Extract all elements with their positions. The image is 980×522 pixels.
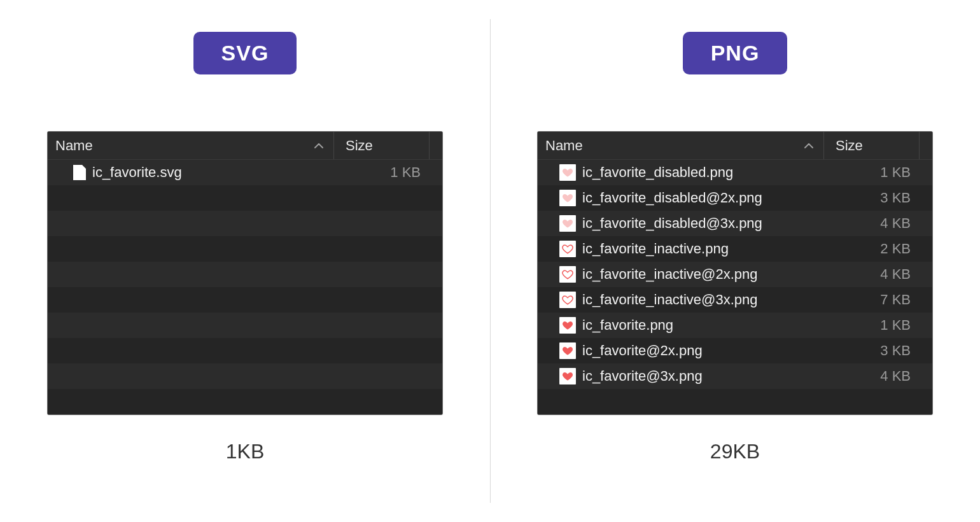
heart-solid-icon bbox=[559, 342, 576, 359]
file-icon-cell bbox=[538, 342, 582, 359]
vertical-divider bbox=[490, 19, 491, 503]
column-header-name[interactable]: Name bbox=[538, 132, 824, 159]
file-size: 1 KB bbox=[830, 317, 932, 334]
file-icon-cell bbox=[538, 292, 582, 308]
file-name: ic_favorite.png bbox=[582, 317, 830, 334]
file-row[interactable]: ic_favorite.svg1 KB bbox=[48, 160, 442, 185]
file-list-header: Name Size bbox=[538, 132, 932, 160]
file-size: 3 KB bbox=[830, 342, 932, 359]
comparison-container: SVG Name Size ic_favorite.svg1 KB 1KB PN… bbox=[0, 0, 980, 522]
heart-outline-icon bbox=[559, 241, 576, 257]
file-row[interactable]: ic_favorite.png1 KB bbox=[538, 313, 932, 338]
left-panel: SVG Name Size ic_favorite.svg1 KB 1KB bbox=[0, 0, 490, 522]
document-file-icon bbox=[73, 165, 86, 180]
file-name: ic_favorite_inactive.png bbox=[582, 241, 830, 257]
svg-badge: SVG bbox=[193, 32, 297, 74]
column-header-size-label: Size bbox=[836, 138, 863, 154]
file-row[interactable]: ic_favorite_disabled.png1 KB bbox=[538, 160, 932, 185]
file-size: 7 KB bbox=[830, 292, 932, 308]
heart-light-icon bbox=[559, 164, 576, 181]
file-row[interactable]: ic_favorite@2x.png3 KB bbox=[538, 338, 932, 363]
column-header-name-label: Name bbox=[545, 138, 583, 154]
file-row-empty bbox=[48, 389, 442, 414]
right-panel: PNG Name Size ic_favorite_disabled.png1 … bbox=[490, 0, 980, 522]
file-icon-cell bbox=[538, 190, 582, 206]
file-row-empty bbox=[48, 287, 442, 313]
svg-total-size: 1KB bbox=[226, 440, 264, 463]
heart-light-icon bbox=[559, 190, 576, 206]
heart-outline-icon bbox=[559, 292, 576, 308]
file-size: 4 KB bbox=[830, 215, 932, 232]
column-header-size[interactable]: Size bbox=[334, 132, 430, 159]
heart-solid-icon bbox=[559, 368, 576, 384]
file-icon-cell bbox=[538, 368, 582, 384]
file-size: 1 KB bbox=[340, 164, 442, 181]
file-row[interactable]: ic_favorite_inactive@3x.png7 KB bbox=[538, 287, 932, 313]
file-name: ic_favorite.svg bbox=[92, 164, 340, 181]
file-size: 2 KB bbox=[830, 241, 932, 257]
file-size: 1 KB bbox=[830, 164, 932, 181]
column-header-size-label: Size bbox=[346, 138, 373, 154]
file-rows-left: ic_favorite.svg1 KB bbox=[48, 160, 442, 414]
file-name: ic_favorite@3x.png bbox=[582, 368, 830, 384]
column-header-end bbox=[920, 132, 932, 159]
file-name: ic_favorite_disabled@2x.png bbox=[582, 190, 830, 206]
column-header-size[interactable]: Size bbox=[824, 132, 920, 159]
file-row-empty bbox=[48, 211, 442, 236]
file-icon-cell bbox=[538, 266, 582, 283]
file-row-empty bbox=[48, 262, 442, 287]
file-icon-cell bbox=[538, 164, 582, 181]
file-row[interactable]: ic_favorite_disabled@2x.png3 KB bbox=[538, 185, 932, 211]
png-file-list: Name Size ic_favorite_disabled.png1 KBic… bbox=[538, 132, 932, 414]
file-name: ic_favorite@2x.png bbox=[582, 342, 830, 359]
file-row-empty bbox=[48, 185, 442, 211]
column-header-name-label: Name bbox=[55, 138, 93, 154]
file-row-empty bbox=[48, 338, 442, 363]
file-list-header: Name Size bbox=[48, 132, 442, 160]
file-row-empty bbox=[538, 389, 932, 414]
file-name: ic_favorite_inactive@3x.png bbox=[582, 292, 830, 308]
png-total-size: 29KB bbox=[710, 440, 760, 463]
svg-file-list: Name Size ic_favorite.svg1 KB bbox=[48, 132, 442, 414]
sort-chevron-up-icon bbox=[804, 143, 813, 149]
file-name: ic_favorite_inactive@2x.png bbox=[582, 266, 830, 283]
file-row[interactable]: ic_favorite@3x.png4 KB bbox=[538, 363, 932, 389]
heart-light-icon bbox=[559, 215, 576, 232]
file-icon-cell bbox=[538, 241, 582, 257]
heart-solid-icon bbox=[559, 317, 576, 334]
column-header-end bbox=[430, 132, 442, 159]
file-icon-cell bbox=[48, 165, 92, 180]
file-name: ic_favorite_disabled.png bbox=[582, 164, 830, 181]
sort-chevron-up-icon bbox=[314, 143, 323, 149]
heart-outline-icon bbox=[559, 266, 576, 283]
file-size: 3 KB bbox=[830, 190, 932, 206]
png-badge: PNG bbox=[683, 32, 788, 74]
file-rows-right: ic_favorite_disabled.png1 KBic_favorite_… bbox=[538, 160, 932, 414]
file-row-empty bbox=[48, 313, 442, 338]
file-icon-cell bbox=[538, 215, 582, 232]
file-row[interactable]: ic_favorite_disabled@3x.png4 KB bbox=[538, 211, 932, 236]
file-row-empty bbox=[48, 363, 442, 389]
file-row[interactable]: ic_favorite_inactive@2x.png4 KB bbox=[538, 262, 932, 287]
column-header-name[interactable]: Name bbox=[48, 132, 334, 159]
file-icon-cell bbox=[538, 317, 582, 334]
file-size: 4 KB bbox=[830, 266, 932, 283]
file-name: ic_favorite_disabled@3x.png bbox=[582, 215, 830, 232]
file-row[interactable]: ic_favorite_inactive.png2 KB bbox=[538, 236, 932, 262]
file-size: 4 KB bbox=[830, 368, 932, 384]
file-row-empty bbox=[48, 236, 442, 262]
